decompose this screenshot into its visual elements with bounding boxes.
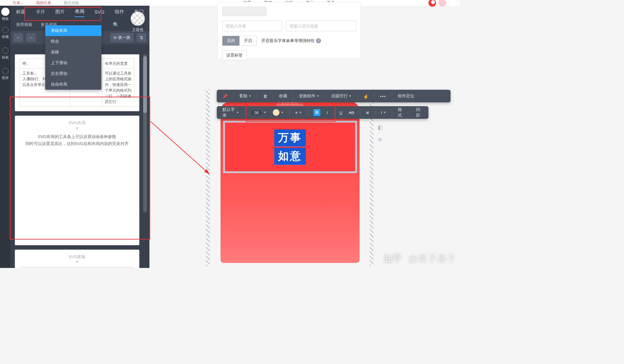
toggle-on[interactable]: 开启 (239, 36, 257, 46)
scrollbar-thumb[interactable] (143, 56, 147, 113)
nav-forward-button[interactable]: → (26, 33, 36, 42)
dd-hscroll[interactable]: 左右滑动 (45, 68, 101, 79)
more-button[interactable]: ••• (378, 93, 389, 100)
italic-icon: I (327, 110, 328, 115)
header-brand[interactable]: 引来... (13, 0, 23, 6)
feature-label: 开启音乐字体表单等增强特性 (261, 38, 315, 44)
refresh-icon: ⟳ (113, 35, 117, 40)
color-swatch-icon (273, 109, 280, 116)
sort-button[interactable]: ⇅ (137, 33, 146, 42)
dots-icon: ••• (380, 94, 386, 99)
insert-blank-button[interactable]: 后插空行▼ (329, 92, 354, 100)
underline-button[interactable]: U (337, 109, 345, 116)
theme-color[interactable]: 主题色 (130, 11, 145, 33)
watermark: 知乎 @果子果子 (383, 252, 456, 265)
strike-icon: AB (349, 110, 354, 115)
template-card-svg-gallery[interactable]: SVG图集 ▼ (15, 250, 139, 268)
chevron-down-icon: ▼ (264, 111, 266, 114)
tab-svg[interactable]: SVG (94, 9, 105, 16)
canvas-side-tools: ◧ 👁 (376, 123, 384, 144)
rail-fav-label: 收藏 (0, 34, 10, 39)
avatar-notification[interactable] (428, 0, 436, 7)
avatar-extra[interactable] (448, 0, 457, 7)
trash-icon: 🗑 (263, 94, 267, 99)
font-size-input[interactable]: 36 ▼ (248, 108, 269, 117)
text-toolbar: 默认字体▼ 36 ▼ ▼ ≡▼ B I U AB ≢ t▼ 格式 间距 (217, 106, 428, 119)
search-icon[interactable]: 🔍 (113, 22, 119, 28)
refresh-button[interactable]: ⟳ 换一换 (110, 33, 134, 42)
rail-clipboard[interactable]: 贴板 (0, 42, 10, 62)
dd-table[interactable]: 表格 (45, 47, 101, 58)
selected-text[interactable]: 万事 如意 (274, 129, 306, 165)
theme-label: 主题色 (130, 27, 145, 33)
text-effect-button[interactable]: t▼ (379, 109, 389, 116)
set-tags-button[interactable]: 设置标签 (222, 50, 247, 60)
bold-button[interactable]: B (311, 108, 323, 117)
spacing-button[interactable]: 间距 (414, 106, 425, 119)
toggle-off[interactable]: 关闭 (222, 36, 239, 46)
chevron-down-icon: ▼ (281, 111, 284, 114)
locate-button[interactable]: 组件定位 (395, 92, 417, 100)
text-color-button[interactable]: ▼ (270, 108, 286, 117)
strike-button[interactable]: AB (346, 109, 357, 116)
favorite-button[interactable]: 收藏 (276, 92, 290, 100)
help-icon[interactable]: ? (316, 38, 321, 43)
template-card-svg-layout[interactable]: SVG布局 ▼ SVG布局的工具条上可以设置动画各种参数 同时可以设置宽高比，达… (15, 116, 139, 245)
pin-button[interactable]: 📌 (220, 93, 230, 100)
author-input[interactable] (222, 21, 282, 31)
tab-card[interactable]: 卡片 (36, 9, 45, 17)
scrollbar[interactable] (143, 54, 147, 212)
copy-button[interactable]: 复制▼ (237, 92, 254, 100)
dd-vscroll[interactable]: 上下滑动 (45, 58, 101, 68)
header-link-editor[interactable]: 图文排版 (64, 0, 79, 6)
rail-gallery-label: 图库 (0, 76, 10, 80)
selected-textbox[interactable]: 万事 如意 (223, 121, 357, 173)
triangle-icon: ▼ (20, 126, 134, 130)
header-link-mine[interactable]: 我的引来 (36, 0, 51, 6)
clear-format-button[interactable]: ≢ (363, 109, 372, 116)
font-size-value[interactable]: 36 (251, 109, 262, 116)
rail-logo[interactable] (1, 8, 9, 16)
dd-basic-layout[interactable]: 基础布局 (45, 25, 101, 36)
italic-button[interactable]: I (324, 109, 330, 116)
ghost-field (222, 7, 266, 16)
annotation-arrow (149, 120, 215, 183)
tab-title[interactable]: 标题 (16, 9, 26, 17)
gallery-icon (2, 68, 9, 74)
context-toolbar: 📌 复制▼ 🗑 收藏 变换组件▼ 后插空行▼ ☝️ ••• 组件定位 (217, 90, 451, 102)
font-family-select[interactable]: 默认字体▼ (220, 106, 242, 119)
svg-line-0 (150, 121, 209, 174)
dd-combo[interactable]: 组合 (45, 36, 101, 47)
rail-templates-label[interactable]: 模板 (2, 16, 9, 21)
dd-free[interactable]: 自由布局 (45, 79, 101, 90)
header-avatars (428, 0, 457, 7)
svg-card-desc1: SVG布局的工具条上可以设置动画各种参数 (20, 133, 134, 140)
cell: 可以通过工具条上的应用格式操作，快速应用一个单元的格式到一行，一列或者其它行 (102, 68, 134, 107)
svg2-title: SVG图集 (20, 254, 134, 260)
text-line2: 如意 (274, 148, 306, 165)
delete-button[interactable]: 🗑 (261, 93, 270, 100)
subtab-recommended[interactable]: 推荐模板 (16, 22, 33, 27)
nav-back-button[interactable]: ← (14, 33, 23, 42)
source-link-input[interactable] (286, 21, 356, 31)
tab-component[interactable]: 组件 (115, 9, 124, 17)
pointer-button[interactable]: ☝️ (361, 93, 371, 100)
sidebar-panel: 标题 卡片 图片 布局 SVG 组件 热门 主题色 推荐模板 更多模板 🔍 ← … (10, 6, 149, 268)
visibility-icon[interactable]: 👁 (376, 136, 384, 144)
tab-layout[interactable]: 布局 (75, 9, 84, 17)
rail-gallery[interactable]: 图库 (0, 62, 10, 83)
category-tabs: 标题 卡片 图片 布局 SVG 组件 热门 (10, 6, 149, 20)
watermark-author: @果子果子 (409, 252, 456, 265)
rail-fav[interactable]: 收藏 (0, 21, 10, 42)
avatar-user[interactable] (438, 0, 446, 7)
layers-icon[interactable]: ◧ (376, 123, 384, 131)
transform-button[interactable]: 变换组件▼ (296, 92, 322, 100)
chevron-down-icon: ▼ (383, 111, 386, 114)
underline-icon: U (339, 110, 342, 115)
align-icon: ≡ (295, 110, 298, 115)
tab-image[interactable]: 图片 (55, 9, 65, 17)
cell: 有单元的宽度 (102, 58, 134, 69)
clipboard-icon (2, 47, 9, 54)
format-button[interactable]: 格式 (395, 106, 407, 119)
align-button[interactable]: ≡▼ (293, 109, 305, 116)
